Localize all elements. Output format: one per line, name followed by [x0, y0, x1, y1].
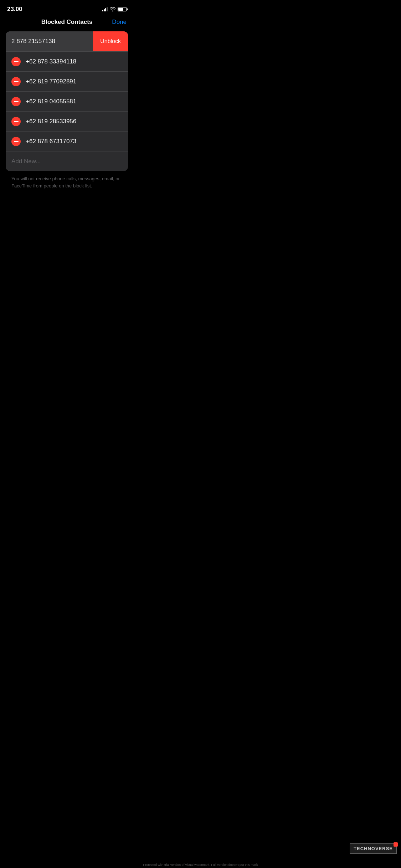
footer-note: You will not receive phone calls, messag…	[6, 175, 128, 189]
list-item[interactable]: +62 819 04055581	[6, 91, 128, 111]
nav-bar: Blocked Contacts Done	[0, 16, 134, 31]
contact-number: +62 878 33394118	[26, 58, 76, 65]
contact-number: +62 878 67317073	[26, 138, 76, 145]
list-item[interactable]: +62 819 28533956	[6, 111, 128, 131]
page-title: Blocked Contacts	[25, 19, 109, 26]
unblock-button[interactable]: Unblock	[93, 31, 128, 51]
wifi-icon	[110, 7, 115, 11]
remove-contact-icon[interactable]	[11, 57, 21, 66]
list-item[interactable]: +62 878 33394118	[6, 51, 128, 71]
list-item[interactable]: +62 878 67317073	[6, 131, 128, 151]
remove-contact-icon[interactable]	[11, 117, 21, 126]
battery-icon	[118, 7, 127, 11]
contact-number: +62 819 04055581	[26, 98, 76, 105]
contact-number: +62 819 77092891	[26, 78, 76, 85]
contact-number: +62 819 28533956	[26, 118, 76, 125]
blocked-contacts-card: 2 878 21557138 Unblock +62 878 33394118 …	[6, 31, 128, 171]
swiped-contact-number: 2 878 21557138	[11, 38, 55, 45]
add-new-label: Add New...	[11, 158, 41, 165]
done-button[interactable]: Done	[109, 19, 127, 26]
status-icons	[102, 7, 127, 11]
status-time: 23.00	[7, 6, 22, 13]
status-bar: 23.00	[0, 0, 134, 16]
list-item[interactable]: +62 819 77092891	[6, 71, 128, 91]
remove-contact-icon[interactable]	[11, 97, 21, 106]
signal-icon	[102, 7, 108, 11]
remove-contact-icon[interactable]	[11, 77, 21, 86]
remove-contact-icon[interactable]	[11, 137, 21, 146]
add-new-row[interactable]: Add New...	[6, 151, 128, 171]
main-content: 2 878 21557138 Unblock +62 878 33394118 …	[0, 31, 134, 189]
swiped-contact-row[interactable]: 2 878 21557138 Unblock	[6, 31, 128, 51]
